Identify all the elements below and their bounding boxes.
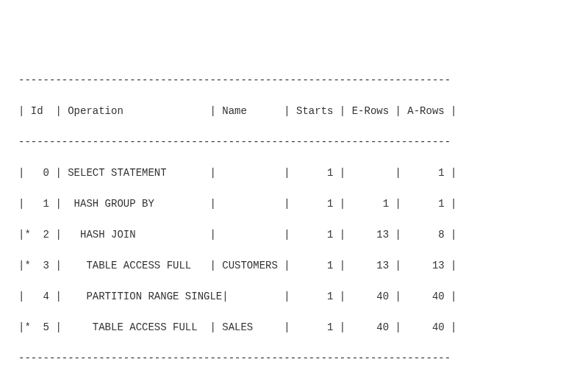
plan-header-sep: ----------------------------------------… — [18, 73, 570, 88]
plan-footer-sep: ----------------------------------------… — [18, 351, 570, 366]
plan-header-sep-2: ----------------------------------------… — [18, 135, 570, 150]
plan-row: | 1 | HASH GROUP BY | | 1 | 1 | 1 | — [18, 196, 570, 212]
plan-header: | Id | Operation | Name | Starts | E-Row… — [18, 104, 570, 119]
plan-row: |* 3 | TABLE ACCESS FULL | CUSTOMERS | 1… — [18, 258, 570, 274]
plan-row: |* 2 | HASH JOIN | | 1 | 13 | 8 | — [18, 227, 570, 243]
plan-row: | 4 | PARTITION RANGE SINGLE| | 1 | 40 |… — [18, 289, 570, 305]
plan-row: |* 5 | TABLE ACCESS FULL | SALES | 1 | 4… — [18, 320, 570, 335]
plan-row: | 0 | SELECT STATEMENT | | 1 | | 1 | — [18, 165, 570, 181]
